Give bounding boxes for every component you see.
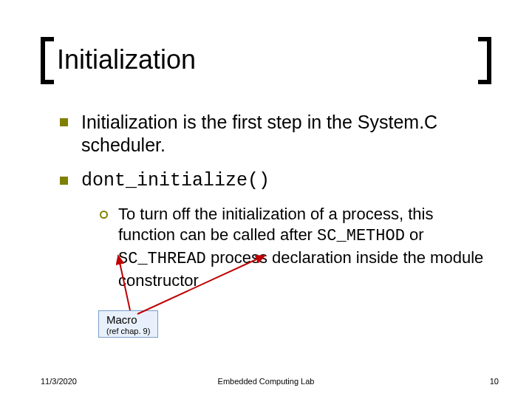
sub-bullet-text: To turn off the initialization of a proc… <box>118 204 491 291</box>
bullet-item: Initialization is the first step in the … <box>60 111 491 157</box>
macro-note: (ref chap. 9) <box>106 327 150 335</box>
slide-footer: 11/3/2020 Embedded Computing Lab 10 <box>0 377 532 386</box>
slide-title: Initialization <box>41 37 203 83</box>
footer-date: 11/3/2020 <box>41 377 77 386</box>
slide-body: Initialization is the first step in the … <box>41 111 491 291</box>
bullet-text: Initialization is the first step in the … <box>81 111 491 157</box>
macro-callout: Macro (ref chap. 9) <box>98 310 158 338</box>
square-bullet-icon <box>60 118 68 126</box>
bracket-right-icon <box>478 37 491 84</box>
sub-code1: SC_METHOD <box>317 227 405 245</box>
macro-label: Macro <box>106 313 150 326</box>
slide: Initialization Initialization is the fir… <box>0 0 532 399</box>
footer-center: Embedded Computing Lab <box>218 377 315 386</box>
square-bullet-icon <box>60 177 68 185</box>
bullet-item: dont_initialize() <box>60 169 491 192</box>
title-bar: Initialization <box>41 37 491 83</box>
sub-mid: or <box>405 225 424 244</box>
bracket-left-icon <box>41 37 54 84</box>
ring-bullet-icon <box>100 211 108 219</box>
sub-code2: SC_THREAD <box>118 250 206 268</box>
sub-bullet-item: To turn off the initialization of a proc… <box>100 204 491 291</box>
bullet-code: dont_initialize() <box>81 169 270 192</box>
footer-page: 10 <box>490 377 499 386</box>
